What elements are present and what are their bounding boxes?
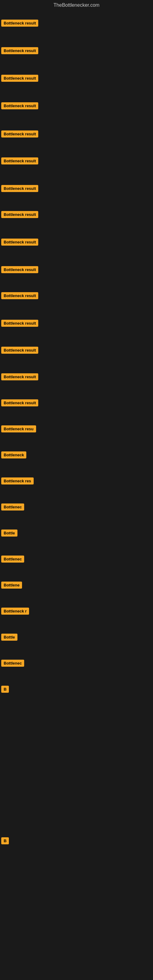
bottleneck-badge: Bottleneck result	[1, 185, 38, 192]
bottleneck-badge: Bottleneck result	[1, 373, 38, 380]
site-title-container: TheBottlenecker.com	[0, 0, 153, 10]
bottleneck-badge: B	[1, 686, 9, 693]
bottleneck-badge: Bottleneck result	[1, 130, 38, 137]
bottleneck-badge: Bottleneck result	[1, 320, 38, 327]
bottleneck-item: Bottleneck res	[1, 477, 33, 486]
bottleneck-badge: B	[1, 837, 9, 844]
bottleneck-item: B	[1, 686, 9, 694]
bottleneck-badge: Bottleneck result	[1, 266, 38, 273]
bottleneck-item: Bottleneck result	[1, 185, 38, 193]
bottleneck-badge: Bottleneck result	[1, 75, 38, 82]
bottleneck-badge: Bottleneck	[1, 452, 26, 458]
bottleneck-badge: Bottleneck result	[1, 399, 38, 406]
bottleneck-item: Bottlenec	[1, 503, 24, 512]
bottleneck-badge: Bottle	[1, 634, 18, 641]
bottleneck-item: Bottleneck result	[1, 20, 38, 28]
bottleneck-badge: Bottlenec	[1, 555, 24, 563]
bottleneck-item: Bottleneck result	[1, 211, 38, 219]
bottleneck-item: Bottleneck result	[1, 130, 38, 139]
bottleneck-badge: Bottleneck result	[1, 158, 38, 164]
bottleneck-badge: Bottleneck r	[1, 608, 29, 615]
bottleneck-item: Bottle	[1, 634, 18, 642]
bottleneck-badge: Bottleneck result	[1, 20, 38, 27]
bottleneck-item: Bottlenec	[1, 555, 24, 564]
bottleneck-item: Bottlene	[1, 582, 22, 590]
bottleneck-item: Bottlenec	[1, 660, 24, 668]
bottleneck-item: Bottleneck resu	[1, 425, 36, 434]
bottleneck-badge: Bottlene	[1, 582, 22, 589]
bottleneck-item: Bottleneck r	[1, 608, 29, 616]
bottleneck-badge: Bottleneck result	[1, 347, 38, 354]
bottleneck-badge: Bottlenec	[1, 503, 24, 511]
bottleneck-badge: Bottle	[1, 530, 18, 536]
bottleneck-item: Bottleneck result	[1, 347, 38, 355]
bottleneck-badge: Bottlenec	[1, 660, 24, 667]
site-title: TheBottlenecker.com	[0, 0, 153, 10]
bottleneck-badge: Bottleneck result	[1, 211, 38, 218]
bottleneck-item: Bottleneck result	[1, 399, 38, 407]
bottleneck-item: Bottle	[1, 530, 18, 538]
bottleneck-item: Bottleneck	[1, 452, 26, 460]
bottleneck-item: B	[1, 837, 9, 846]
bottleneck-item: Bottleneck result	[1, 373, 38, 382]
bottleneck-item: Bottleneck result	[1, 320, 38, 328]
bottleneck-item: Bottleneck result	[1, 292, 38, 301]
bottleneck-badge: Bottleneck result	[1, 102, 38, 109]
bottleneck-item: Bottleneck result	[1, 266, 38, 274]
bottleneck-item: Bottleneck result	[1, 102, 38, 111]
bottleneck-badge: Bottleneck resu	[1, 425, 36, 433]
bottleneck-item: Bottleneck result	[1, 239, 38, 247]
bottleneck-item: Bottleneck result	[1, 75, 38, 83]
bottleneck-badge: Bottleneck result	[1, 292, 38, 299]
bottleneck-badge: Bottleneck res	[1, 477, 33, 485]
bottleneck-item: Bottleneck result	[1, 158, 38, 166]
bottleneck-badge: Bottleneck result	[1, 239, 38, 246]
bottleneck-badge: Bottleneck result	[1, 47, 38, 54]
bottleneck-item: Bottleneck result	[1, 47, 38, 56]
